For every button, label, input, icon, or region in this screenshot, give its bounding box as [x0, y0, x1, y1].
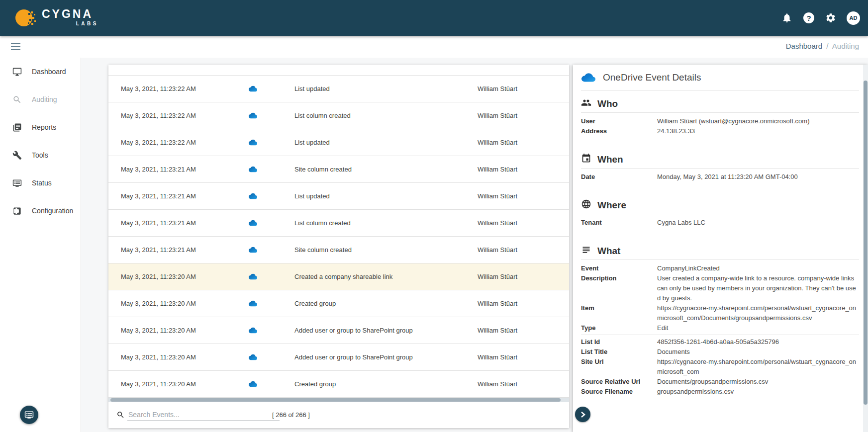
results-count: [ 266 of 266 ]	[272, 411, 310, 419]
onedrive-cloud-icon	[249, 272, 257, 281]
calendar-icon	[581, 153, 591, 166]
vertical-scrollbar-thumb[interactable]	[864, 81, 868, 405]
table-row[interactable]: May 3, 2021, 11:23:22 AM List column cre…	[108, 102, 569, 129]
globe-icon	[581, 199, 591, 211]
detail-value: Edit	[657, 323, 859, 333]
detail-label: Type	[581, 323, 657, 333]
breadcrumb-bar: Dashboard / Auditing	[0, 36, 868, 58]
detail-value: Documents	[657, 347, 859, 357]
detail-label: Description	[581, 273, 657, 303]
hamburger-icon	[11, 43, 20, 44]
panel-section-where: Where Tenant Cygna Labs LLC	[581, 198, 859, 228]
detail-row: List Id 4852f356-1261-4b6d-a0aa-505a5a32…	[581, 337, 859, 347]
status-icon	[12, 178, 22, 188]
onedrive-cloud-icon	[249, 326, 257, 335]
onedrive-cloud-icon	[249, 219, 257, 227]
people-icon	[581, 97, 591, 110]
table-row[interactable]: May 3, 2021, 11:23:22 AM List updated Wi…	[108, 76, 569, 102]
cygna-labs-logo[interactable]: CYGNA LABS	[14, 6, 100, 29]
breadcrumb-current: Auditing	[832, 42, 859, 50]
panel-header: OneDrive Event Details	[581, 65, 859, 90]
detail-value: groupsandpermissions.csv	[657, 387, 859, 397]
detail-value: https://cygnacore-my.sharepoint.com/pers…	[657, 303, 859, 323]
support-chat-button[interactable]	[20, 406, 38, 424]
panel-section-what: What Event CompanyLinkCreated Descriptio…	[581, 244, 859, 397]
notifications-button[interactable]	[781, 12, 793, 24]
table-row[interactable]: May 3, 2021, 11:23:20 AM Added user or g…	[108, 317, 569, 344]
detail-row: Type Edit	[581, 323, 859, 333]
settings-button[interactable]	[825, 12, 837, 24]
console-icon	[24, 410, 34, 420]
detail-label: Source Relative Url	[581, 377, 657, 387]
detail-label: Source Filename	[581, 387, 657, 397]
detail-label: Item	[581, 303, 657, 323]
onedrive-cloud-icon	[249, 246, 257, 254]
sidebar-item-reports[interactable]: Reports	[0, 113, 81, 141]
search-icon	[116, 411, 125, 420]
detail-value: CompanyLinkCreated	[657, 263, 859, 273]
search-input[interactable]	[127, 409, 280, 421]
onedrive-cloud-icon	[249, 165, 257, 173]
detail-row: Source Filename groupsandpermissions.csv	[581, 387, 859, 397]
table-row[interactable]: May 3, 2021, 11:23:21 AM Site column cre…	[108, 237, 569, 263]
user-avatar[interactable]: AD	[847, 11, 860, 25]
next-event-button[interactable]	[575, 407, 590, 422]
panel-section-who: Who User William Stüart (wstuart@cygnaco…	[581, 97, 859, 136]
event-details-panel: OneDrive Event Details Who User William …	[573, 65, 868, 432]
chevron-right-icon	[579, 411, 586, 418]
events-table-body: May 3, 2021, 11:23:22 AM List updated Wi…	[108, 76, 569, 398]
search-bar: [ 266 of 266 ]	[108, 402, 569, 428]
cygna-logo-icon	[14, 6, 37, 29]
sidebar-item-dashboard[interactable]: Dashboard	[0, 58, 81, 86]
brand-sub-name: LABS	[76, 21, 98, 26]
list-icon	[581, 245, 591, 257]
sidebar-item-tools[interactable]: Tools	[0, 141, 81, 169]
bell-icon	[781, 12, 792, 23]
vertical-scrollbar[interactable]	[863, 65, 868, 432]
detail-row: Source Relative Url Documents/groupsandp…	[581, 377, 859, 387]
detail-label: Date	[581, 172, 657, 182]
detail-value: Monday, May 3, 2021 at 11:23:20 AM GMT-0…	[657, 172, 859, 182]
horizontal-scrollbar[interactable]	[108, 398, 569, 402]
table-row[interactable]: May 3, 2021, 11:23:20 AM Created a compa…	[108, 263, 569, 290]
search-icon	[12, 94, 22, 104]
events-table-card: May 3, 2021, 11:23:22 AM List updated Wi…	[108, 65, 569, 428]
table-row[interactable]: May 3, 2021, 11:23:22 AM List updated Wi…	[108, 129, 569, 156]
detail-label: User	[581, 116, 657, 126]
detail-row: Address 24.138.23.33	[581, 126, 859, 136]
horizontal-scrollbar-thumb[interactable]	[110, 398, 561, 402]
detail-row: Item https://cygnacore-my.sharepoint.com…	[581, 303, 859, 323]
onedrive-cloud-icon	[249, 111, 257, 120]
help-icon: ?	[803, 12, 814, 23]
table-row[interactable]: May 3, 2021, 11:23:21 AM Site column cre…	[108, 156, 569, 183]
panel-title: OneDrive Event Details	[603, 72, 701, 83]
onedrive-cloud-icon	[249, 85, 257, 93]
desktop-icon	[12, 67, 22, 77]
breadcrumb-dashboard-link[interactable]: Dashboard	[786, 42, 822, 50]
brand-name: CYGNA	[42, 7, 93, 21]
detail-row: Description User created a company-wide …	[581, 273, 859, 303]
detail-row: Date Monday, May 3, 2021 at 11:23:20 AM …	[581, 172, 859, 182]
table-row[interactable]: May 3, 2021, 11:23:20 AM Created group W…	[108, 371, 569, 398]
detail-value: https://cygnacore-my.sharepoint.com/pers…	[657, 357, 859, 377]
onedrive-cloud-icon	[249, 353, 257, 361]
panel-sections: Who User William Stüart (wstuart@cygnaco…	[581, 97, 859, 397]
detail-label: List Title	[581, 347, 657, 357]
detail-row: Tenant Cygna Labs LLC	[581, 218, 859, 228]
detail-value: William Stüart (wstuart@cygnacore.onmicr…	[657, 116, 859, 126]
sidebar-item-configuration[interactable]: Configuration	[0, 197, 81, 225]
breadcrumb: Dashboard / Auditing	[786, 42, 859, 50]
detail-value: Cygna Labs LLC	[657, 218, 859, 228]
menu-toggle-button[interactable]	[11, 43, 20, 50]
detail-row: Site Url https://cygnacore-my.sharepoint…	[581, 357, 859, 377]
sidebar-item-auditing[interactable]: Auditing	[0, 86, 81, 113]
table-row[interactable]: May 3, 2021, 11:23:21 AM List updated Wi…	[108, 183, 569, 210]
table-row[interactable]: May 3, 2021, 11:23:21 AM List column cre…	[108, 210, 569, 237]
sidebar-item-status[interactable]: Status	[0, 169, 81, 197]
table-row[interactable]: May 3, 2021, 11:23:20 AM Added user or g…	[108, 344, 569, 371]
detail-row: Event CompanyLinkCreated	[581, 263, 859, 273]
help-button[interactable]: ?	[803, 12, 815, 24]
configuration-icon	[12, 206, 22, 216]
table-row[interactable]: May 3, 2021, 11:23:20 AM Created group W…	[108, 290, 569, 317]
detail-label: Address	[581, 126, 657, 136]
